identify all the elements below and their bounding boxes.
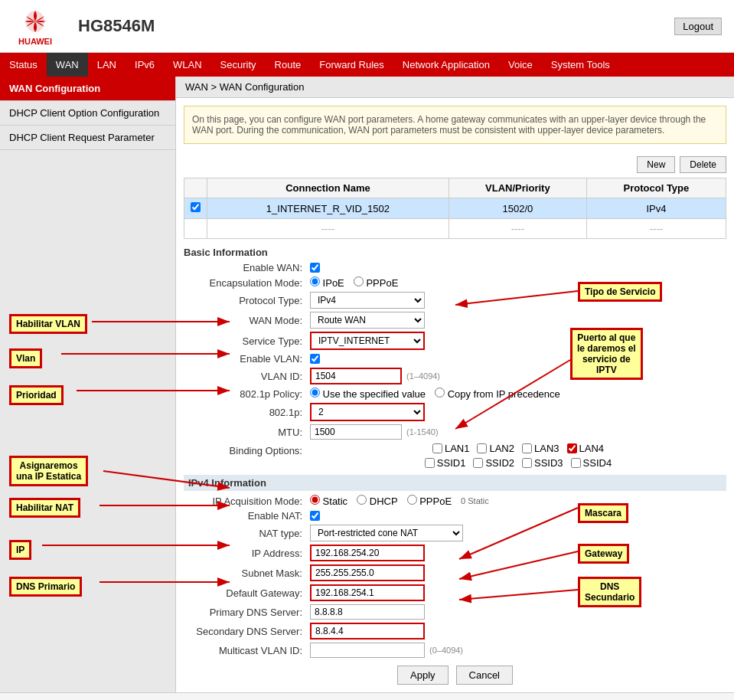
mtu-input[interactable] xyxy=(310,424,402,440)
nav-route[interactable]: Route xyxy=(266,53,311,77)
enable-nat-value xyxy=(310,511,726,521)
empty-protocol: ---- xyxy=(586,219,726,239)
ip-mode-row: IP Acquisition Mode: Static DHCP PPPoE 0… xyxy=(184,495,726,507)
multicast-input[interactable] xyxy=(310,643,425,658)
apply-button[interactable]: Apply xyxy=(397,666,449,685)
vlan-id-input[interactable] xyxy=(310,368,402,384)
ssid-checkbox-group: SSID1 SSID2 SSID3 SSID4 xyxy=(425,457,612,469)
ip-address-input[interactable] xyxy=(310,545,425,561)
ssid4-label[interactable]: SSID4 xyxy=(571,457,612,469)
row-checkbox-cell[interactable] xyxy=(184,198,207,219)
nav-network-application[interactable]: Network Application xyxy=(393,53,499,77)
lan1-label[interactable]: LAN1 xyxy=(432,443,470,454)
ip-mode-dhcp-label[interactable]: DHCP xyxy=(357,495,397,507)
sidebar-item-dhcp-option[interactable]: DHCP Client Option Configuration xyxy=(0,101,175,126)
toolbar: New Delete xyxy=(176,152,734,178)
lan2-checkbox[interactable] xyxy=(477,443,487,453)
lan2-label[interactable]: LAN2 xyxy=(477,443,514,454)
lan3-label[interactable]: LAN3 xyxy=(522,443,559,454)
dot1p-select[interactable]: 2 xyxy=(310,403,425,421)
dns1-input[interactable] xyxy=(310,604,425,620)
wan-mode-row: WAN Mode: Route WAN xyxy=(184,312,726,329)
form-section: Basic Information Enable WAN: Encapsulat… xyxy=(184,247,726,685)
lan3-checkbox[interactable] xyxy=(522,443,532,453)
ip-mode-static-label[interactable]: Static xyxy=(310,495,347,507)
encap-pppoe-label[interactable]: PPPoE xyxy=(354,276,399,289)
policy-copy-label[interactable]: Copy from IP precedence xyxy=(435,388,560,400)
subnet-input[interactable] xyxy=(310,564,425,581)
table-row[interactable]: 1_INTERNET_R_VID_1502 1502/0 IPv4 xyxy=(184,198,726,219)
nav-system-tools[interactable]: System Tools xyxy=(542,53,619,77)
row-vlan: 1502/0 xyxy=(449,198,586,219)
subnet-row: Subnet Mask: xyxy=(184,564,726,581)
ssid2-checkbox[interactable] xyxy=(473,458,483,468)
sidebar-item-wan-config[interactable]: WAN Configuration xyxy=(0,77,175,101)
logout-button[interactable]: Logout xyxy=(674,18,722,35)
row-checkbox[interactable] xyxy=(191,202,201,212)
row-protocol: IPv4 xyxy=(586,198,726,219)
ip-mode-pppoe-label[interactable]: PPPoE xyxy=(407,495,452,507)
mtu-row: MTU: (1-1540) xyxy=(184,424,726,440)
ip-mode-dhcp-radio[interactable] xyxy=(357,495,367,505)
nav-ipv6[interactable]: IPv6 xyxy=(126,53,164,77)
nav-forward-rules[interactable]: Forward Rules xyxy=(310,53,393,77)
nav-lan[interactable]: LAN xyxy=(88,53,126,77)
lan4-label[interactable]: LAN4 xyxy=(567,443,605,454)
nav-wlan[interactable]: WLAN xyxy=(164,53,211,77)
nav-wan[interactable]: WAN xyxy=(47,53,88,77)
ssid1-label[interactable]: SSID1 xyxy=(425,457,466,469)
ssid3-checkbox[interactable] xyxy=(522,458,532,468)
enable-wan-label: Enable WAN: xyxy=(184,262,310,273)
protocol-row: Protocol Type: IPv4 xyxy=(184,292,726,309)
dns2-input[interactable] xyxy=(310,623,425,639)
multicast-hint: (0–4094) xyxy=(429,646,463,655)
ssid2-label[interactable]: SSID2 xyxy=(473,457,514,469)
policy-specified-label[interactable]: Use the specified value xyxy=(310,388,426,400)
ipv4-title: IPv4 Information xyxy=(184,475,726,491)
nav-security[interactable]: Security xyxy=(211,53,266,77)
ssid3-label[interactable]: SSID3 xyxy=(522,457,563,469)
huawei-logo xyxy=(12,6,58,37)
table-row-empty: ---- ---- ---- xyxy=(184,219,726,239)
lan1-checkbox[interactable] xyxy=(432,443,442,453)
delete-button[interactable]: Delete xyxy=(680,156,726,173)
dns2-label: Secondary DNS Server: xyxy=(184,626,310,637)
policy-copy-radio[interactable] xyxy=(435,388,445,397)
protocol-select[interactable]: IPv4 xyxy=(310,292,425,309)
ip-mode-pppoe-radio[interactable] xyxy=(407,495,417,505)
col-checkbox xyxy=(184,178,207,198)
nav-voice[interactable]: Voice xyxy=(499,53,542,77)
nav-status[interactable]: Status xyxy=(0,53,47,77)
encap-ipoe-label[interactable]: IPoE xyxy=(310,276,344,289)
empty-vlan: ---- xyxy=(449,219,586,239)
nat-type-select[interactable]: Port-restricted cone NAT xyxy=(310,525,463,541)
encap-pppoe-radio[interactable] xyxy=(354,276,364,286)
dot1p-label: 802.1p: xyxy=(184,407,310,418)
policy-specified-radio[interactable] xyxy=(310,388,320,397)
enable-wan-checkbox[interactable] xyxy=(310,263,320,273)
wan-mode-select[interactable]: Route WAN xyxy=(310,312,425,329)
lan4-checkbox[interactable] xyxy=(567,443,577,453)
ssid4-checkbox[interactable] xyxy=(571,458,581,468)
col-protocol-type: Protocol Type xyxy=(586,178,726,198)
header: HUAWEI HG8546M Logout xyxy=(0,0,734,53)
enable-nat-row: Enable NAT: xyxy=(184,510,726,522)
service-type-select[interactable]: IPTV_INTERNET xyxy=(310,332,425,350)
enable-vlan-label: Enable VLAN: xyxy=(184,353,310,365)
encap-ipoe-radio[interactable] xyxy=(310,276,320,286)
sidebar-item-dhcp-request[interactable]: DHCP Client Request Parameter xyxy=(0,126,175,150)
action-row: Apply Cancel xyxy=(184,666,726,685)
service-type-label: Service Type: xyxy=(184,335,310,347)
nat-type-row: NAT type: Port-restricted cone NAT xyxy=(184,525,726,541)
new-button[interactable]: New xyxy=(637,156,675,173)
gateway-input[interactable] xyxy=(310,584,425,601)
static-hint: 0 Static xyxy=(461,496,489,505)
enable-nat-checkbox[interactable] xyxy=(310,511,320,521)
cancel-button[interactable]: Cancel xyxy=(456,666,513,685)
ip-mode-static-radio[interactable] xyxy=(310,495,320,505)
page-wrapper: HUAWEI HG8546M Logout Status WAN LAN IPv… xyxy=(0,0,734,700)
enable-vlan-checkbox[interactable] xyxy=(310,354,320,364)
gateway-label: Default Gateway: xyxy=(184,587,310,599)
ssid1-checkbox[interactable] xyxy=(425,458,435,468)
mtu-value: (1-1540) xyxy=(310,424,726,440)
